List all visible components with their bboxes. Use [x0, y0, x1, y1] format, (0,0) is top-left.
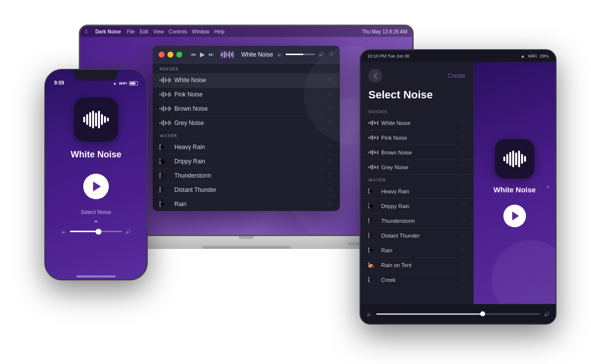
ipad-distant-thunder-heart[interactable]: ♡ [460, 232, 465, 239]
drippy-rain-icon: 🌦 [160, 158, 169, 165]
mac-water-header: WATER [153, 130, 340, 140]
skip-forward-icon[interactable]: ⏭ [209, 52, 214, 57]
ipad-drippy-rain-heart[interactable]: ♡ [460, 203, 465, 209]
ipad-status-icons: ▲ WiFi 29% [521, 54, 549, 59]
iphone-home-indicator[interactable] [76, 275, 116, 277]
mac-item-brown-noise[interactable]: Brown Noise ♡ [153, 102, 340, 116]
mac-distant-thunder-heart[interactable]: ♡ [328, 186, 333, 193]
apple-menu-icon[interactable]:  [85, 28, 87, 35]
ipad-back-button[interactable] [368, 69, 382, 83]
ipad-status-bar: 10:10 PM Tue Jun 30 ▲ WiFi 29% [361, 50, 556, 62]
mac-item-rain[interactable]: 🌧 Rain ♡ [153, 197, 340, 211]
iphone-volume-section: 🔈 🔊 [55, 229, 137, 239]
ipad-bottom-bar: 🔈 🔊 [361, 304, 556, 324]
menu-edit[interactable]: Edit [140, 29, 148, 34]
ipad-white-noise-heart[interactable]: ♡ [460, 120, 465, 126]
mac-item-pink-noise[interactable]: Pink Noise ♡ [153, 88, 340, 102]
mac-distant-thunder-label: Distant Thunder [174, 186, 323, 193]
timer-icon[interactable]: ⏱ [329, 52, 334, 57]
ipad-create-button[interactable]: Create [448, 72, 465, 79]
mac-heavy-rain-heart[interactable]: ♡ [328, 144, 333, 151]
menu-window[interactable]: Window [192, 29, 210, 34]
ipad-creek-item[interactable]: 〰 Creek ♡ [361, 273, 473, 287]
window-close-dot[interactable] [159, 52, 164, 58]
iphone-notch [74, 70, 118, 81]
iphone-play-button[interactable] [83, 174, 109, 199]
ipad-water-header: WATER [361, 175, 473, 184]
ipad-distant-thunder-item[interactable]: ⛈ Distant Thunder ♡ [361, 228, 473, 243]
grey-noise-icon [160, 120, 169, 126]
mac-rain-heart[interactable]: ♡ [328, 201, 333, 208]
ipad-time: 10:10 PM Tue Jun 30 [367, 54, 410, 59]
ipad-white-noise-item[interactable]: White Noise ♡ [361, 116, 473, 130]
mac-waveform-icon [220, 50, 234, 59]
macbook-menubar:  Dark Noise File Edit View Controls Win… [80, 26, 412, 37]
ipad-volume-slider[interactable] [376, 313, 540, 315]
ipad-grey-noise-item[interactable]: Grey Noise ♡ [361, 160, 473, 175]
mac-white-noise-heart[interactable]: ♡ [328, 77, 333, 84]
ipad-play-button[interactable] [503, 205, 526, 227]
ipad-thunderstorm-item[interactable]: ⛈ Thunderstorm ♡ [361, 213, 473, 228]
menu-help[interactable]: Help [214, 29, 225, 34]
ipad-vol-down-icon[interactable]: 🔈 [366, 311, 372, 317]
ipad-grey-noise-heart[interactable]: ♡ [460, 164, 465, 170]
brown-noise-icon [160, 105, 169, 112]
mac-item-white-noise[interactable]: White Noise ♡ [153, 73, 340, 88]
mac-drippy-rain-heart[interactable]: ♡ [328, 158, 333, 165]
ipad-thunderstorm-heart[interactable]: ♡ [460, 217, 465, 224]
ipad-grey-noise-label: Grey Noise [381, 164, 457, 170]
iphone-volume-slider[interactable] [70, 231, 122, 232]
ipad-rain-on-tent-label: Rain on Tent [381, 262, 457, 268]
ipad-pink-noise-heart[interactable]: ♡ [460, 134, 465, 141]
app-name-menu[interactable]: Dark Noise [95, 29, 121, 34]
ipad-rain-heart[interactable]: ♡ [460, 247, 465, 253]
mac-noise-list: NOISES White Noise ♡ [153, 63, 340, 211]
mac-brown-noise-heart[interactable]: ♡ [328, 105, 333, 112]
mac-item-distant-thunder[interactable]: ⛈ Distant Thunder ♡ [153, 183, 340, 197]
mac-pink-noise-label: Pink Noise [174, 91, 323, 98]
ipad-brown-noise-item[interactable]: Brown Noise ♡ [361, 145, 473, 160]
menu-file[interactable]: File [127, 29, 135, 34]
ipad-body: 10:10 PM Tue Jun 30 ▲ WiFi 29% [360, 49, 557, 325]
ipad-creek-heart[interactable]: ♡ [460, 276, 465, 283]
ipad-now-playing: White Noise [493, 185, 536, 194]
volume-down-icon[interactable]: 🔉 [277, 52, 283, 57]
mac-volume-slider[interactable] [286, 54, 315, 55]
mac-grey-noise-heart[interactable]: ♡ [328, 120, 333, 126]
ipad-rain-item[interactable]: 🌧 Rain ♡ [361, 243, 473, 258]
iphone-select-noise[interactable]: Select Noise ⌄ [81, 209, 111, 224]
volume-up-icon[interactable]: 🔊 [318, 52, 324, 57]
iphone-volume-thumb[interactable] [96, 229, 101, 235]
scene:  Dark Noise File Edit View Controls Win… [25, 10, 566, 354]
macbook-notch [239, 236, 254, 239]
mac-thunderstorm-label: Thunderstorm [174, 172, 323, 179]
white-noise-icon [160, 77, 169, 84]
ipad-brown-noise-heart[interactable]: ♡ [460, 149, 465, 155]
ipad-heavy-rain-item[interactable]: 🌧 Heavy Rain ♡ [361, 184, 473, 199]
thunderstorm-icon: ⛈ [160, 172, 169, 179]
ipad-drippy-rain-item[interactable]: 🌦 Drippy Rain ♡ [361, 199, 473, 213]
ipad-volume-thumb[interactable] [480, 311, 485, 316]
ipad-vol-up-icon[interactable]: 🔊 [544, 311, 550, 317]
mac-item-grey-noise[interactable]: Grey Noise ♡ [153, 116, 340, 130]
mac-thunderstorm-heart[interactable]: ♡ [328, 172, 333, 179]
ipad-distant-thunder-icon: ⛈ [368, 233, 377, 239]
mac-pink-noise-heart[interactable]: ♡ [328, 91, 333, 98]
ipad-pink-noise-item[interactable]: Pink Noise ♡ [361, 130, 473, 145]
ipad-heavy-rain-label: Heavy Rain [381, 188, 457, 194]
ipad-creek-label: Creek [381, 277, 457, 283]
mac-item-heavy-rain[interactable]: 🌧 Heavy Rain ♡ [153, 140, 340, 154]
menu-controls[interactable]: Controls [169, 29, 187, 34]
menu-view[interactable]: View [153, 29, 164, 34]
mac-item-thunderstorm[interactable]: ⛈ Thunderstorm ♡ [153, 169, 340, 183]
ipad-rain-on-tent-heart[interactable]: ♡ [460, 262, 465, 268]
window-minimize-dot[interactable] [167, 52, 173, 58]
play-pause-icon[interactable]: ▶ [200, 51, 205, 58]
ipad-heavy-rain-heart[interactable]: ♡ [460, 188, 465, 194]
mac-item-drippy-rain[interactable]: 🌦 Drippy Rain ♡ [153, 154, 340, 169]
ipad-pink-noise-icon [368, 135, 377, 141]
ipad-rain-on-tent-item[interactable]: ⛺ Rain on Tent ♡ [361, 258, 473, 273]
ipad-wifi-icon: WiFi [528, 54, 537, 59]
window-maximize-dot[interactable] [176, 52, 182, 58]
skip-back-icon[interactable]: ⏮ [191, 52, 196, 57]
